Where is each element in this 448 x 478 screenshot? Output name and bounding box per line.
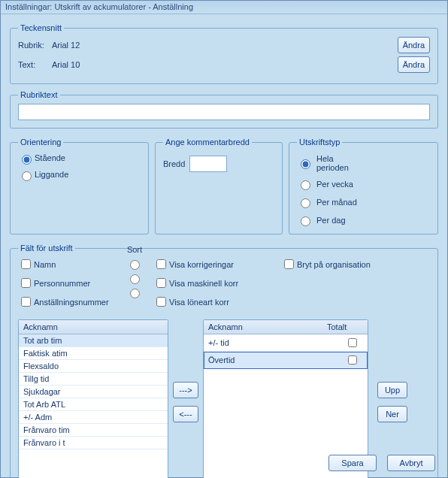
orientation-radio-staende[interactable] <box>22 155 32 165</box>
settings-window: Inställningar: Utskrift av ackumulatorer… <box>0 0 448 478</box>
list-item[interactable]: Frånvaro i t <box>19 437 168 449</box>
print-type-vecka[interactable]: Per vecka <box>297 178 365 190</box>
check-personnummer[interactable]: Personnummer <box>18 276 116 290</box>
print-type-legend: Utskriftstyp <box>297 138 342 147</box>
list-item[interactable]: Sjukdagar <box>19 386 168 398</box>
rubrik-value: Arial 12 <box>52 41 398 50</box>
footer: Spara Avbryt <box>328 455 435 471</box>
list-item[interactable]: Frånvaro tim <box>19 424 168 437</box>
totalt-check[interactable] <box>348 338 357 347</box>
list-item[interactable]: Tot Arb ATL <box>19 398 168 411</box>
text-value: Arial 10 <box>52 60 398 69</box>
fields-legend: Fält för utskrift <box>18 244 75 253</box>
window-title: Inställningar: Utskrift av ackumulatorer… <box>5 2 193 11</box>
totalt-check[interactable] <box>348 355 357 365</box>
change-text-button[interactable]: Ändra <box>398 56 430 73</box>
move-up-button[interactable]: Upp <box>377 382 407 398</box>
table-row[interactable]: Övertid <box>204 352 368 369</box>
available-header: Acknamn <box>23 322 163 331</box>
sort-radio-1[interactable] <box>130 260 140 270</box>
comment-width-legend: Ange kommentarbredd <box>163 138 252 147</box>
width-input[interactable] <box>189 156 227 172</box>
sort-label: Sort <box>127 245 142 254</box>
content: Teckensnitt Rubrik: Arial 12 Ändra Text:… <box>1 14 447 478</box>
move-down-button[interactable]: Ner <box>377 406 407 422</box>
check-loneart[interactable]: Visa löneart korr <box>153 295 274 309</box>
available-list-body[interactable]: Tot arb tim Faktisk atim Flexsaldo Tillg… <box>19 334 168 478</box>
orientation-radio-liggande[interactable] <box>22 171 32 181</box>
font-group: Teckensnitt Rubrik: Arial 12 Ändra Text:… <box>10 23 438 84</box>
print-type-manad[interactable]: Per månad <box>297 196 365 208</box>
selected-header-tot: Totalt <box>327 322 363 331</box>
orientation-legend: Orientering <box>18 138 63 147</box>
fields-group: Fält för utskrift Namn Personnummer Anst… <box>10 244 438 478</box>
list-item[interactable]: Tot arb tim <box>19 334 168 347</box>
print-type-dag[interactable]: Per dag <box>297 214 365 226</box>
check-bryt-org[interactable]: Bryt på organisation <box>281 257 371 271</box>
comment-width-group: Ange kommentarbredd Bredd <box>155 138 283 234</box>
save-button[interactable]: Spara <box>328 455 377 471</box>
cancel-button[interactable]: Avbryt <box>387 455 435 471</box>
rubrik-label: Rubrik: <box>18 41 52 50</box>
font-legend: Teckensnitt <box>18 23 64 32</box>
move-right-button[interactable]: ---> <box>173 382 198 398</box>
orientation-option-liggande[interactable]: Liggande <box>18 169 141 181</box>
list-item[interactable]: Tillg tid <box>19 373 168 386</box>
rubriktext-group: Rubriktext <box>10 90 438 129</box>
title-bar: Inställningar: Utskrift av ackumulatorer… <box>1 1 447 14</box>
list-item[interactable]: Faktisk atim <box>19 347 168 360</box>
table-row[interactable]: +/- tid <box>204 334 368 352</box>
sort-radio-2[interactable] <box>130 274 140 284</box>
text-label: Text: <box>18 60 52 69</box>
list-item[interactable]: +/- Adm <box>19 411 168 424</box>
sort-radio-3[interactable] <box>130 289 140 298</box>
move-left-button[interactable]: <--- <box>173 406 198 422</box>
selected-header-ack: Acknamn <box>208 322 327 331</box>
available-listbox[interactable]: Acknamn Tot arb tim Faktisk atim Flexsal… <box>18 319 168 478</box>
change-rubrik-button[interactable]: Ändra <box>398 37 430 53</box>
width-label: Bredd <box>163 159 185 168</box>
orientation-option-staende[interactable]: Stående <box>18 153 141 165</box>
print-type-group: Utskriftstyp Hela perioden Per vecka Per… <box>289 138 438 234</box>
rubriktext-legend: Rubriktext <box>18 90 60 99</box>
check-anstallningsnummer[interactable]: Anställningsnummer <box>18 295 116 309</box>
check-maskinell[interactable]: Visa maskinell korr <box>153 276 274 290</box>
orientation-group: Orientering Stående Liggande <box>10 138 149 234</box>
list-item[interactable]: Flexsaldo <box>19 360 168 373</box>
check-korrigeringar[interactable]: Visa korrigeringar <box>153 257 274 271</box>
print-type-hela[interactable]: Hela perioden <box>297 154 365 172</box>
check-namn[interactable]: Namn <box>18 257 116 271</box>
rubriktext-input[interactable] <box>18 104 430 120</box>
